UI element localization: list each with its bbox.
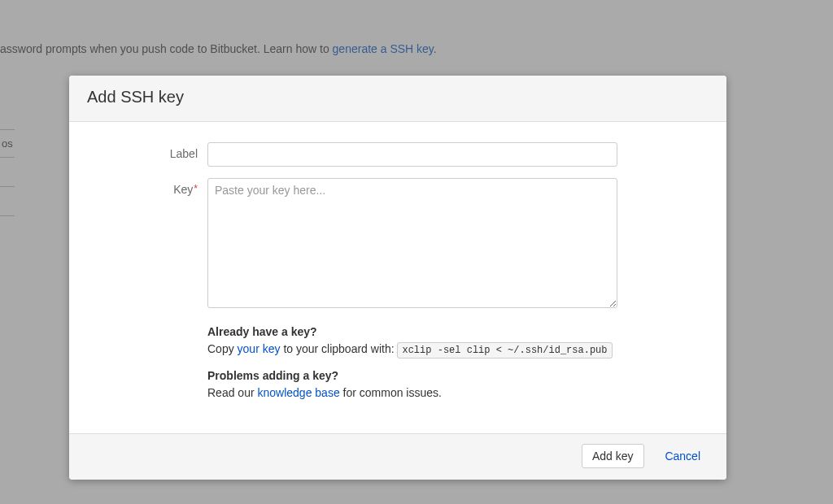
xclip-command: xclip -sel clip < ~/.ssh/id_rsa.pub — [397, 342, 612, 358]
modal-body: Label Key* Already have a key? Copy your… — [69, 122, 726, 433]
cancel-button[interactable]: Cancel — [655, 445, 710, 467]
add-key-button[interactable]: Add key — [582, 444, 644, 468]
key-row: Key* — [87, 178, 709, 311]
label-input[interactable] — [207, 142, 617, 167]
help-section: Already have a key? Copy your key to you… — [207, 325, 617, 402]
modal-title: Add SSH key — [87, 88, 709, 106]
key-field-label: Key* — [87, 178, 207, 196]
modal-header: Add SSH key — [69, 76, 726, 122]
help-already-have: Already have a key? Copy your key to you… — [207, 325, 617, 358]
required-marker: * — [194, 183, 198, 194]
key-textarea[interactable] — [207, 178, 617, 308]
help-problems-text: Read our knowledge base for common issue… — [207, 385, 617, 401]
help-already-have-text: Copy your key to your clipboard with: xc… — [207, 341, 617, 358]
add-ssh-key-modal: Add SSH key Label Key* Already have a ke… — [69, 76, 726, 480]
help-already-have-heading: Already have a key? — [207, 325, 617, 338]
help-problems-heading: Problems adding a key? — [207, 369, 617, 382]
label-field-label: Label — [87, 142, 207, 160]
knowledge-base-link[interactable]: knowledge base — [257, 386, 339, 399]
help-problems: Problems adding a key? Read our knowledg… — [207, 369, 617, 401]
modal-footer: Add key Cancel — [69, 433, 726, 480]
label-row: Label — [87, 142, 709, 167]
your-key-link[interactable]: your key — [238, 342, 281, 355]
